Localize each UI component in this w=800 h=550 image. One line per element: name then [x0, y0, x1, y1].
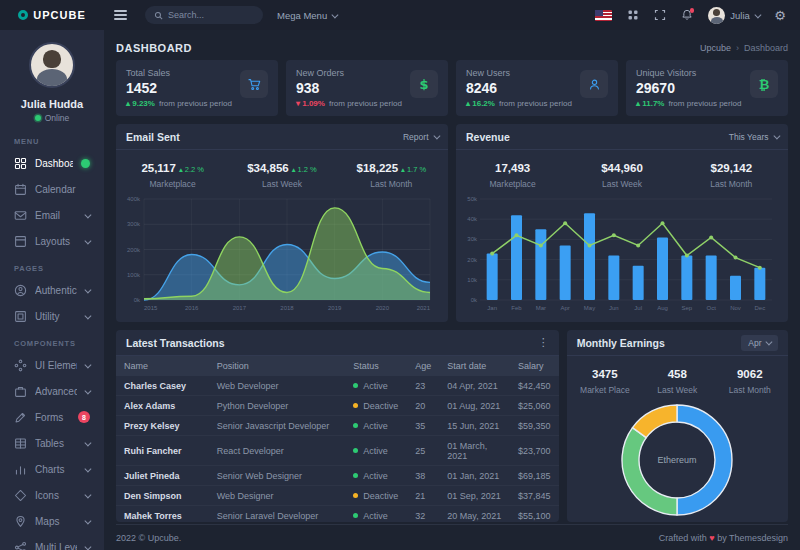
report-dropdown[interactable]: Report — [403, 132, 438, 142]
sidebar-badge — [81, 159, 90, 168]
sidebar-item-ui-elements[interactable]: UI Elements — [0, 352, 104, 378]
advanced-ui-icon — [14, 385, 27, 398]
column-start-date[interactable]: Start date — [439, 356, 510, 376]
page-header: DASHBOARD Upcube›Dashboard — [116, 36, 788, 60]
column-name[interactable]: Name — [116, 356, 209, 376]
sidebar-badge: 8 — [78, 411, 90, 423]
chevron-down-icon — [433, 133, 439, 139]
cell-salary: $25,060 — [510, 396, 559, 416]
sidebar-item-multi-level[interactable]: Multi Level — [0, 534, 104, 550]
sidebar-item-label: Maps — [35, 516, 77, 527]
fullscreen-icon[interactable] — [654, 9, 666, 21]
sidebar-item-advanced-ui[interactable]: Advanced UI — [0, 378, 104, 404]
column-status[interactable]: Status — [345, 356, 407, 376]
main-content: DASHBOARD Upcube›Dashboard Total Sales 1… — [104, 30, 800, 550]
stat-card-unique-visitors: Unique Visitors 29670 ▴ 11.7%from previo… — [626, 60, 788, 116]
sidebar-item-maps[interactable]: Maps — [0, 508, 104, 534]
sidebar-section-label: MENU — [0, 127, 104, 150]
user-menu[interactable]: Julia — [708, 7, 759, 24]
mini-stat-last-month: 9062 Last Month — [714, 364, 786, 395]
month-dropdown[interactable]: Apr — [741, 335, 778, 351]
table-row[interactable]: Ruhi Fancher React Developer Active 25 0… — [116, 436, 559, 466]
stat-label: Marketplace — [118, 179, 227, 189]
table-row[interactable]: Juliet Pineda Senior Web Designer Active… — [116, 466, 559, 486]
breadcrumb-item[interactable]: Dashboard — [744, 43, 788, 53]
mini-stat-last-week: $44,960 Last Week — [567, 158, 676, 189]
notification-dot — [690, 8, 695, 13]
table-row[interactable]: Prezy Kelsey Senior Javascript Developer… — [116, 416, 559, 436]
language-flag-icon[interactable] — [595, 10, 612, 21]
column-age[interactable]: Age — [407, 356, 439, 376]
sidebar-item-utility[interactable]: Utility — [0, 303, 104, 329]
svg-text:30k: 30k — [467, 236, 478, 242]
breadcrumb-item[interactable]: Upcube — [700, 43, 731, 53]
svg-text:100k: 100k — [127, 272, 141, 278]
menu-toggle-icon[interactable] — [110, 6, 131, 24]
column-position[interactable]: Position — [209, 356, 346, 376]
cell-position: Senior Web Designer — [209, 466, 346, 486]
cell-position: React Developer — [209, 436, 346, 466]
svg-text:May: May — [584, 305, 595, 311]
sidebar-item-dashboard[interactable]: Dashboard — [0, 150, 104, 176]
cell-start-date: 01 Aug, 2021 — [439, 396, 510, 416]
sidebar-item-icons[interactable]: Icons — [0, 482, 104, 508]
search-box[interactable] — [145, 6, 263, 24]
topbar-left: Mega Menu — [110, 6, 595, 24]
cell-status: Active — [345, 376, 407, 396]
email-sent-chart: 0k100k200k300k400k2015201620172018201920… — [116, 191, 448, 322]
multi-level-icon — [14, 541, 27, 550]
cell-salary: $59,350 — [510, 416, 559, 436]
mega-menu-button[interactable]: Mega Menu — [277, 10, 337, 21]
cell-position: Senior Laravel Developer — [209, 506, 346, 523]
svg-text:Dec: Dec — [754, 305, 765, 311]
topbar-right: Julia ⚙ — [595, 7, 786, 24]
cell-name: Den Simpson — [116, 486, 209, 506]
sidebar-item-label: Charts — [35, 464, 77, 475]
svg-text:40k: 40k — [467, 216, 478, 222]
sidebar-item-calendar[interactable]: Calendar — [0, 176, 104, 202]
notifications-bell-icon[interactable] — [681, 9, 693, 21]
sidebar-item-email[interactable]: Email — [0, 202, 104, 228]
cell-status: Active — [345, 466, 407, 486]
chevron-down-icon — [84, 439, 90, 445]
sidebar-item-layouts[interactable]: Layouts — [0, 228, 104, 254]
chevron-down-icon — [84, 543, 90, 549]
svg-text:Nov: Nov — [730, 305, 741, 311]
cell-start-date: 15 Jun, 2021 — [439, 416, 510, 436]
sidebar-item-label: Advanced UI — [35, 386, 77, 397]
settings-gear-icon[interactable]: ⚙ — [774, 9, 786, 22]
search-input[interactable] — [168, 10, 254, 20]
stat-delta: ▴ 2.2 % — [179, 165, 204, 174]
sidebar-item-label: Calendar — [35, 184, 90, 195]
status-dot — [353, 513, 358, 518]
table-row[interactable]: Alex Adams Python Developer Deactive 20 … — [116, 396, 559, 416]
apps-grid-icon[interactable] — [627, 9, 639, 21]
cell-name: Mahek Torres — [116, 506, 209, 523]
cell-age: 25 — [407, 436, 439, 466]
svg-text:Sep: Sep — [681, 305, 692, 311]
kebab-menu-icon[interactable]: ⋮ — [538, 336, 549, 349]
table-row[interactable]: Mahek Torres Senior Laravel Developer Ac… — [116, 506, 559, 523]
table-row[interactable]: Charles Casey Web Developer Active 23 04… — [116, 376, 559, 396]
stat-value: 3475 — [592, 368, 618, 380]
sidebar-item-authentication[interactable]: Authentication — [0, 277, 104, 303]
breadcrumb-separator: › — [736, 43, 739, 53]
sidebar-item-tables[interactable]: Tables — [0, 430, 104, 456]
this-years-dropdown[interactable]: This Years — [729, 132, 778, 142]
chevron-down-icon — [84, 361, 90, 367]
monthly-earnings-stats: 3475 Market Place 458 Last Week 9062 Las… — [567, 356, 788, 397]
dollar-icon: $ — [410, 70, 438, 98]
email-sent-stats: 25,117▴ 2.2 % Marketplace $34,856▴ 1.2 %… — [116, 150, 448, 191]
footer-copyright: 2022 © Upcube. — [116, 533, 181, 543]
sidebar-item-forms[interactable]: Forms8 — [0, 404, 104, 430]
stat-value: $44,960 — [601, 162, 643, 174]
profile-status: Online — [0, 113, 104, 123]
page-title: DASHBOARD — [116, 42, 192, 54]
chevron-down-icon — [84, 465, 90, 471]
sidebar-item-charts[interactable]: Charts — [0, 456, 104, 482]
column-salary[interactable]: Salary — [510, 356, 559, 376]
cell-status: Active — [345, 506, 407, 523]
svg-text:2019: 2019 — [328, 305, 342, 311]
table-row[interactable]: Den Simpson Web Designer Deactive 21 01 … — [116, 486, 559, 506]
stat-label: Last Month — [677, 179, 786, 189]
